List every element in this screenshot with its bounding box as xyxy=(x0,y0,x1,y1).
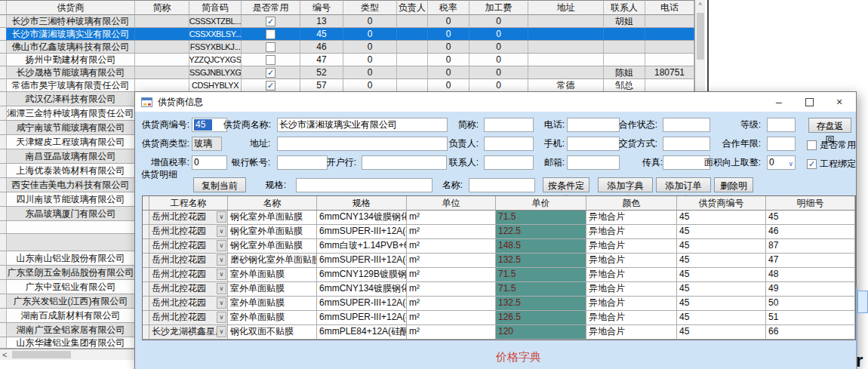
grid-cell-spec[interactable]: 6mmCNY134镀膜钢化 xyxy=(317,211,407,225)
column-header[interactable]: 税率 xyxy=(428,0,469,15)
grid-column-header[interactable]: 名称 xyxy=(228,196,317,211)
column-header[interactable]: 供货商 xyxy=(7,0,135,15)
supplier-list-item[interactable]: 武汉亿泽科技有限公司 xyxy=(0,92,135,106)
grid-cell-supplier_no[interactable]: 45 xyxy=(677,254,766,268)
supplier-list-item[interactable] xyxy=(0,221,135,234)
grid-cell-detail_no[interactable]: 46 xyxy=(766,225,855,239)
checkbox-common[interactable]: ✓ xyxy=(266,81,275,91)
contact-input[interactable] xyxy=(484,155,534,170)
grid-cell-unit[interactable]: m² xyxy=(407,225,496,239)
column-header[interactable]: 简称 xyxy=(135,0,189,15)
grid-cell-price[interactable]: 71.5 xyxy=(496,211,586,225)
minimize-button[interactable]: – xyxy=(764,92,794,112)
grid-cell-supplier_no[interactable]: 45 xyxy=(677,311,766,325)
grid-cell-price[interactable]: 120 xyxy=(496,325,586,340)
grid-row[interactable]: 岳州北控花园∨钢化室外单面贴膜6mmSUPER-III+12A(硅...m²12… xyxy=(143,225,855,239)
grid-cell-unit[interactable]: m² xyxy=(407,239,496,254)
vertical-scrollbar[interactable]: ^ xyxy=(694,0,705,91)
grid-cell-price[interactable]: 126.5 xyxy=(496,311,586,325)
checkbox-common[interactable] xyxy=(266,55,275,65)
grid-cell-price[interactable]: 71.5 xyxy=(496,268,586,282)
grid-cell-price[interactable]: 122.5 xyxy=(496,225,586,239)
grid-cell-detail_no[interactable]: 48 xyxy=(766,268,855,282)
grid-cell-spec[interactable]: 6mmSUPER-III+12A(硅... xyxy=(317,311,407,325)
scroll-up-icon[interactable]: ^ xyxy=(695,0,705,11)
grid-cell-detail_no[interactable]: 47 xyxy=(766,254,855,268)
supplier-list-item[interactable]: 天津耀皮工程玻璃有限公司 xyxy=(0,135,135,149)
copy-current-project-button[interactable]: 复制当前工程 xyxy=(193,177,246,192)
table-row[interactable]: 常德市昊宇玻璃有限责任公司CDSHYBLYX✓57000常德邹总 xyxy=(0,79,694,92)
supplier-list-item[interactable]: 西安佳吉美电力科技有限公司 xyxy=(0,178,135,192)
supplier-name-input[interactable]: 长沙市潇湘玻璃实业有限公司 xyxy=(277,118,448,132)
grid-column-header[interactable]: 颜色 xyxy=(586,196,677,211)
grid-cell-name[interactable]: 室外单面贴膜 xyxy=(228,268,317,282)
supplier-list-item[interactable]: 湖南广亚全铝家居有限公司 xyxy=(0,323,135,337)
grid-cell-supplier_no[interactable]: 45 xyxy=(677,325,766,340)
grid-cell-project[interactable]: 长沙龙湖祺鑫星座∨ xyxy=(149,325,228,340)
supplier-list-item[interactable]: 湘潭三金特种玻璃有限责任公司 xyxy=(0,106,135,121)
grid-cell-name[interactable]: 钢化室外单面贴膜 xyxy=(228,239,317,254)
grid-cell-color[interactable]: 异地合片 xyxy=(586,254,677,268)
checkbox-common[interactable]: ✓ xyxy=(266,68,275,78)
project-binding-checkbox[interactable]: ✓ 工程绑定 xyxy=(807,158,856,171)
grid-column-header[interactable]: 规格 xyxy=(317,196,407,211)
grid-cell-name[interactable]: 室外单面贴膜 xyxy=(228,311,317,325)
grid-cell-unit[interactable]: m² xyxy=(407,268,496,282)
add-dictionary-detail-button[interactable]: 添加字典明细 xyxy=(598,177,653,192)
combo-dropdown-icon[interactable]: ∨ xyxy=(217,211,226,223)
grid-cell-unit[interactable]: m² xyxy=(407,325,496,340)
checkbox-common[interactable]: ✓ xyxy=(266,17,275,26)
column-header[interactable]: 加工费 xyxy=(469,0,528,15)
grid-cell-color[interactable]: 异地合片 xyxy=(586,297,677,311)
locate-by-condition-button[interactable]: 按条件定位 xyxy=(543,177,589,192)
grid-cell-name[interactable]: 磨砂钢化室外单面贴膜 xyxy=(228,254,317,268)
grid-cell-supplier_no[interactable]: 45 xyxy=(677,297,766,311)
supplier-list-item[interactable]: 咸宁南玻节能玻璃有限公司 xyxy=(0,121,135,135)
supplier-list-item[interactable]: 东晶玻璃厦门有限公司 xyxy=(0,207,135,221)
dropdown-icon[interactable]: ∨ xyxy=(788,158,793,170)
column-header[interactable]: 简音码 xyxy=(189,0,242,15)
manager-input[interactable] xyxy=(484,137,534,151)
grid-cell-price[interactable]: 132.5 xyxy=(496,254,586,268)
scroll-left-icon[interactable]: < xyxy=(2,349,7,360)
supplier-list-item[interactable]: 山东南山铝业股份有限公司 xyxy=(0,251,135,266)
save-return-button[interactable]: 存盘返回 xyxy=(808,118,851,133)
column-header[interactable]: 地址 xyxy=(528,0,604,15)
table-row[interactable]: 长沙市潇湘玻璃实业有限公司CSSXXBLSY...45000 xyxy=(0,28,694,41)
grid-cell-spec[interactable]: 6mmCNY129B镀膜钢化 xyxy=(317,268,407,282)
grid-column-header[interactable]: 明细号 xyxy=(766,196,855,211)
supplier-list-item[interactable]: 南昌亚晶玻璃有限公司 xyxy=(0,149,135,164)
grade-input[interactable] xyxy=(767,118,796,132)
grid-cell-unit[interactable]: m² xyxy=(407,211,496,225)
grid-cell-project[interactable]: 岳州北控花园∨ xyxy=(149,311,228,325)
grid-cell-name[interactable]: 钢化室外单面贴膜 xyxy=(228,225,317,239)
email-input[interactable] xyxy=(567,155,620,170)
checkbox-common[interactable] xyxy=(266,42,275,52)
grid-cell-price[interactable]: 71.5 xyxy=(496,282,586,297)
grid-cell-color[interactable]: 异地合片 xyxy=(586,311,677,325)
column-header[interactable]: 类型 xyxy=(343,0,397,15)
column-header[interactable]: 电话 xyxy=(645,0,694,15)
grid-cell-color[interactable]: 异地合片 xyxy=(586,325,677,340)
supplier-type-input[interactable]: 玻璃 xyxy=(192,137,222,151)
grid-row[interactable]: 岳州北控花园∨钢化室外单面贴膜6mm白玻+1.14PVB+6mm...m²148… xyxy=(143,239,855,254)
supplier-list-item[interactable]: 上海优泰装饰材料有限公司 xyxy=(0,164,135,178)
dialog-titlebar[interactable]: 供货商信息 – × xyxy=(135,92,856,112)
grid-cell-project[interactable]: 岳州北控花园∨ xyxy=(149,297,228,311)
combo-dropdown-icon[interactable]: ∨ xyxy=(217,226,226,237)
grid-cell-unit[interactable]: m² xyxy=(407,282,496,297)
table-row[interactable]: 扬州中勤建材有限公司YZZQJCYXGS47000 xyxy=(0,54,694,66)
grid-cell-project[interactable]: 岳州北控花园∨ xyxy=(149,254,228,268)
grid-row[interactable]: 岳州北控花园∨室外单面贴膜6mmCNY129B镀膜钢化m²71.5异地合片454… xyxy=(143,268,855,282)
grid-cell-detail_no[interactable]: 87 xyxy=(766,239,855,254)
grid-column-header[interactable]: 供货商编号 xyxy=(677,196,766,211)
grid-cell-color[interactable]: 异地合片 xyxy=(586,225,677,239)
grid-cell-name[interactable]: 室外单面贴膜 xyxy=(228,282,317,297)
spec-filter-input[interactable] xyxy=(296,178,432,192)
scrollbar-thumb[interactable] xyxy=(12,351,71,358)
supplier-list-item[interactable]: 广东兴发铝业(江西)有限公司 xyxy=(0,294,135,309)
grid-cell-detail_no[interactable]: 51 xyxy=(766,311,855,325)
supplier-list-item[interactable]: 山东华建铝业集团有限公司 xyxy=(0,337,135,349)
close-button[interactable]: × xyxy=(824,92,854,112)
grid-row[interactable]: 岳州北控花园∨室外单面贴膜6mmSUPER-III+12A(硅...m²132.… xyxy=(143,297,855,311)
